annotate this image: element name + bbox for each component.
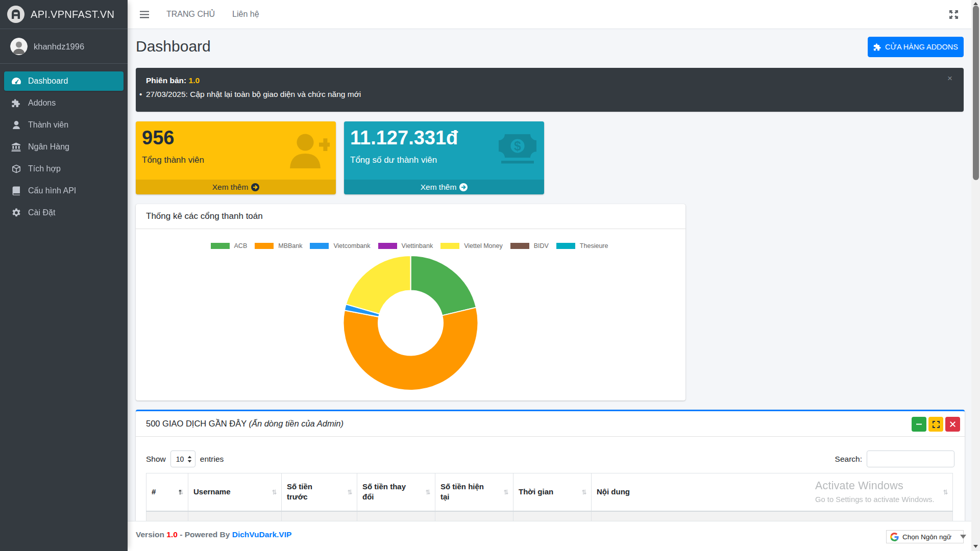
show-label: Show (146, 455, 166, 464)
close-icon[interactable]: × (947, 74, 952, 83)
column-header-time[interactable]: Thời gian (513, 473, 592, 511)
column-header-index[interactable]: # (146, 473, 188, 511)
sidebar-item-banks[interactable]: Ngân Hàng (4, 137, 124, 157)
language-selector-label: Chọn Ngôn ngữ (902, 533, 951, 541)
transactions-title-note: (Ẩn dòng tiền của Admin) (249, 419, 344, 428)
transactions-title: 500 GIAO DỊCH GẦN ĐÂY (146, 419, 249, 428)
transactions-card-header: 500 GIAO DỊCH GẦN ĐÂY (Ẩn dòng tiền của … (136, 411, 965, 437)
sidebar-item-settings[interactable]: Cài Đặt (4, 203, 124, 222)
addons-store-button-label: CỬA HÀNG ADDONS (885, 43, 958, 51)
stat-row: 956 Tổng thành viên Xem thêm 11.127.331đ… (136, 121, 964, 194)
table-controls: Show 10 entries Search: (136, 437, 965, 473)
nav-link-contact[interactable]: Liên hệ (232, 10, 259, 19)
table-row[interactable] (146, 511, 953, 521)
svg-text:$: $ (514, 139, 521, 153)
user-panel: khanhdz1996 (0, 29, 128, 64)
column-header-amount-before[interactable]: Số tiền trước (282, 473, 357, 511)
members-more-link[interactable]: Xem thêm (136, 180, 336, 194)
sidebar-item-dashboard[interactable]: Dashboard (4, 71, 124, 91)
hamburger-menu-icon[interactable] (140, 11, 149, 18)
transactions-card: 500 GIAO DỊCH GẦN ĐÂY (Ẩn dòng tiền của … (136, 410, 965, 521)
sidebar-item-label: Cấu hình API (28, 186, 76, 195)
sidebar-item-label: Tích hợp (28, 164, 61, 173)
version-callout: Phiên bản: 1.0 27/03/2025: Cập nhật lại … (136, 68, 964, 112)
search-label: Search: (835, 455, 862, 464)
entries-label: entries (200, 455, 224, 464)
expand-button[interactable] (928, 417, 943, 432)
caret-down-icon (960, 535, 966, 539)
cube-icon (11, 165, 21, 173)
column-header-amount-change[interactable]: Số tiền thay đổi (357, 473, 435, 511)
sidebar-item-addons[interactable]: Addons (4, 93, 124, 113)
addons-store-button[interactable]: CỬA HÀNG ADDONS (868, 37, 964, 57)
callout-list: 27/03/2025: Cập nhật lại toàn bộ giao di… (146, 89, 953, 99)
chart-card-title: Thống kê các cổng thanh toán (136, 204, 685, 229)
avatar[interactable] (10, 38, 28, 55)
donut-slice[interactable] (346, 256, 411, 314)
user-name[interactable]: khanhdz1996 (34, 42, 84, 52)
money-bill-icon: $ (497, 130, 538, 169)
sidebar-item-label: Addons (28, 98, 56, 108)
arrow-circle-right-icon (459, 183, 468, 191)
sidebar-item-members[interactable]: Thành viên (4, 115, 124, 135)
sort-icon (502, 488, 510, 496)
footer-powered-label: Powered By (185, 530, 230, 539)
main-footer: Version 1.0 - Powered By DichVuDark.VIP … (128, 521, 980, 551)
column-header-username[interactable]: Username (188, 473, 282, 511)
content-header: Dashboard CỬA HÀNG ADDONS (136, 29, 964, 68)
column-header-content[interactable]: Nội dung (592, 473, 953, 511)
expand-icon (933, 421, 940, 428)
puzzle-icon (873, 43, 881, 51)
donut-slice[interactable] (344, 308, 478, 390)
close-button[interactable] (945, 417, 960, 432)
collapse-button[interactable] (912, 417, 926, 432)
scrollbar-thumb[interactable] (973, 6, 979, 180)
donut-slice[interactable] (411, 256, 476, 315)
puzzle-icon (11, 99, 21, 108)
nav-link-home[interactable]: TRANG CHỦ (166, 10, 215, 19)
main-area: TRANG CHỦ Liên hệ Dashboard CỬA HÀNG ADD… (128, 0, 971, 521)
sort-icon (580, 488, 588, 496)
top-navbar: TRANG CHỦ Liên hệ (128, 0, 971, 29)
footer-powered-link[interactable]: DichVuDark.VIP (232, 530, 292, 539)
fullscreen-icon[interactable] (949, 10, 958, 19)
select-arrows-icon (187, 456, 192, 463)
sidebar-item-label: Thành viên (28, 120, 68, 130)
user-plus-icon (286, 130, 330, 171)
scroll-down-icon[interactable] (971, 543, 980, 550)
sidebar-item-label: Cài Đặt (28, 208, 55, 217)
sidebar-item-integrations[interactable]: Tích hợp (4, 159, 124, 179)
balance-box: 11.127.331đ Tổng số dư thành viên $ Xem … (344, 121, 544, 194)
page-size-select[interactable]: 10 (170, 450, 195, 467)
members-more-label: Xem thêm (212, 183, 249, 192)
footer-version-label: Version (136, 530, 164, 539)
sort-icon (177, 488, 185, 496)
search-input[interactable] (867, 450, 954, 467)
balance-more-label: Xem thêm (421, 183, 457, 192)
google-icon (890, 533, 899, 541)
callout-item: 27/03/2025: Cập nhật lại toàn bộ giao di… (146, 89, 953, 99)
sort-icon (942, 488, 949, 496)
callout-version: 1.0 (189, 76, 200, 85)
sidebar: API.VPNFAST.VN khanhdz1996 Dashboard Add… (0, 0, 128, 551)
arrow-circle-right-icon (251, 183, 259, 191)
book-icon (11, 187, 21, 195)
brand-logo-icon (7, 6, 24, 23)
bank-icon (11, 143, 21, 152)
brand[interactable]: API.VPNFAST.VN (0, 0, 128, 29)
balance-more-link[interactable]: Xem thêm (344, 180, 544, 194)
minus-icon (916, 421, 922, 428)
page-size-value: 10 (176, 455, 184, 463)
page-scrollbar[interactable] (971, 0, 980, 551)
sidebar-item-api-config[interactable]: Cấu hình API (4, 181, 124, 201)
sidebar-item-label: Dashboard (28, 77, 68, 86)
column-header-amount-current[interactable]: Số tiền hiện tại (435, 473, 513, 511)
tachometer-icon (11, 77, 21, 86)
donut-chart[interactable] (136, 229, 685, 400)
language-selector[interactable]: Chọn Ngôn ngữ (886, 530, 964, 543)
sidebar-item-label: Ngân Hàng (28, 142, 69, 152)
sidebar-menu: Dashboard Addons Thành viên Ngân Hàng Tí… (0, 64, 128, 222)
footer-separator: - (180, 530, 182, 539)
brand-text: API.VPNFAST.VN (31, 9, 114, 20)
members-box: 956 Tổng thành viên Xem thêm (136, 121, 336, 194)
